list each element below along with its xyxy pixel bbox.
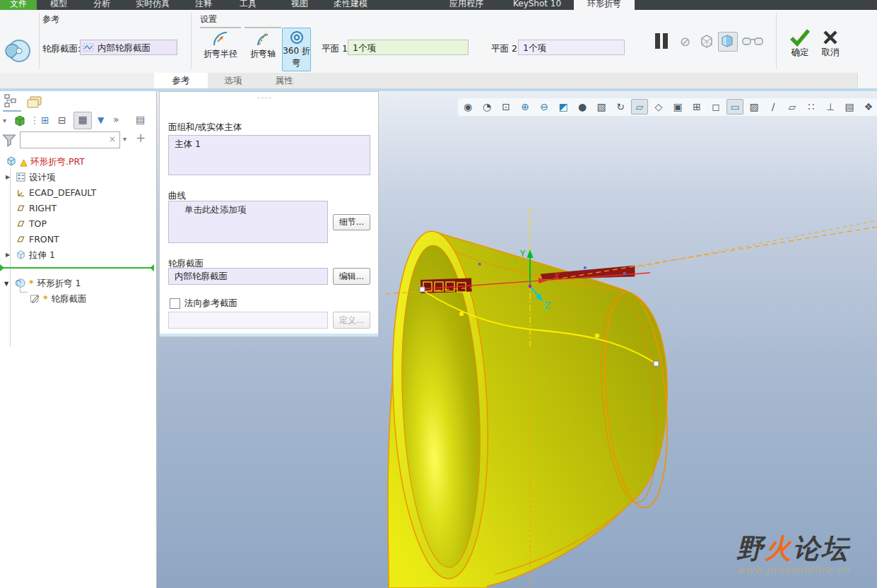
insert-bar-left-arrow-icon xyxy=(0,264,4,271)
tab-tools[interactable]: 工具 xyxy=(230,0,266,10)
perspective-icon[interactable]: ◇ xyxy=(650,99,667,114)
profile-section-field[interactable]: 内部轮廓截面 xyxy=(80,40,177,55)
tree-item-ecad-default[interactable]: ECAD_DEFAULT xyxy=(16,186,96,200)
tab-apps[interactable]: 应用程序 xyxy=(440,0,493,10)
folder-browser-tab-icon[interactable] xyxy=(25,93,47,110)
csys-display-icon[interactable]: ⊥ xyxy=(822,99,839,114)
shading-icon[interactable]: ● xyxy=(574,99,591,114)
tree-item-front-plane[interactable]: FRONT xyxy=(16,233,59,247)
plane2-field[interactable]: 1个项 xyxy=(518,40,625,55)
zoom-fit-icon[interactable]: ⊡ xyxy=(498,99,514,114)
profile-section-label: 轮廓截面: xyxy=(42,43,81,55)
bend-360-icon xyxy=(289,30,305,45)
tree-item-label: 环形折弯 1 xyxy=(37,278,81,288)
vertex-marker xyxy=(623,272,626,275)
spin-center-icon[interactable]: ↻ xyxy=(612,99,629,114)
panel-tab-properties[interactable]: 属性 xyxy=(259,73,310,88)
wireframe-preview-icon[interactable] xyxy=(698,33,715,49)
search-dropdown-icon[interactable]: ▾ xyxy=(123,132,126,146)
tab-view[interactable]: 视图 xyxy=(281,0,318,10)
model-tree-tab-icon[interactable] xyxy=(3,93,21,112)
geometry-preview-icon[interactable] xyxy=(718,32,738,52)
display-style-icon[interactable]: ▧ xyxy=(593,99,610,114)
hatch-display-icon[interactable]: ▨ xyxy=(746,99,763,114)
no-preview-icon[interactable]: ⊘ xyxy=(680,34,690,49)
tree-item-extrude[interactable]: ▶ 拉伸 1 xyxy=(16,248,55,262)
point-display-icon[interactable]: ∷ xyxy=(803,99,820,114)
normal-section-checkbox[interactable] xyxy=(170,298,180,309)
plane1-field[interactable]: 1个项 xyxy=(348,40,469,55)
cancel-label: 取消 xyxy=(816,47,844,59)
pause-icon[interactable] xyxy=(654,33,669,49)
expander-icon[interactable]: ▼ xyxy=(4,277,11,291)
glasses-icon[interactable] xyxy=(742,36,763,47)
profile-section-field[interactable]: 内部轮廓截面 xyxy=(168,268,328,285)
quilt-body-list[interactable]: 主体 1 xyxy=(168,135,370,175)
zoom-in-icon[interactable]: ⊕ xyxy=(517,99,534,114)
details-button[interactable]: 细节... xyxy=(333,214,370,230)
capture-image-icon[interactable]: ▣ xyxy=(669,99,686,114)
tree-chevron-icon[interactable]: ▾ xyxy=(3,114,6,128)
tab-flexible[interactable]: 柔性建模 xyxy=(324,0,377,10)
geometry-display-icon[interactable]: ❖ xyxy=(860,99,877,114)
panel-resize-strip[interactable] xyxy=(160,334,378,336)
tree-item-part[interactable]: 环形折弯.PRT xyxy=(6,155,85,169)
tab-toroidal-bend[interactable]: 环形折弯 xyxy=(574,0,635,10)
normal-section-field[interactable] xyxy=(168,312,328,329)
bend-radius-button[interactable]: 折弯半径 xyxy=(200,30,241,60)
creo-window: 文件 模型 分析 实时仿真 注释 工具 视图 柔性建模 应用程序 KeyShot… xyxy=(0,0,877,588)
new-feature-marker: * xyxy=(29,278,34,288)
clear-search-icon[interactable]: × xyxy=(109,134,116,144)
tab-annotate[interactable]: 注释 xyxy=(185,0,222,10)
tree-filter-icon[interactable]: ▼ xyxy=(98,113,104,127)
tree-settings-doc-icon[interactable]: ▤ xyxy=(136,112,145,127)
insert-here-bar[interactable] xyxy=(1,267,153,269)
tab-live-sim[interactable]: 实时仿真 xyxy=(126,0,179,10)
tree-item-profile-section[interactable]: * 轮廓截面 xyxy=(30,292,87,306)
expand-tree-icon[interactable]: ⊞ xyxy=(41,113,49,127)
panel-drag-handle[interactable]: ···· xyxy=(257,93,273,102)
annotation-display-icon[interactable]: ▤ xyxy=(841,99,858,114)
expander-icon[interactable]: ▶ xyxy=(6,248,13,262)
tab-file[interactable]: 文件 xyxy=(0,0,37,10)
expander-icon[interactable]: ▶ xyxy=(6,170,13,184)
curves-collector[interactable]: 单击此处添加项 xyxy=(168,201,328,243)
tree-dots-icon[interactable]: ⋮ xyxy=(30,113,40,127)
zoom-out-icon[interactable]: ⊖ xyxy=(536,99,553,114)
repaint-icon[interactable]: ◩ xyxy=(555,99,572,114)
model-tree-panel: ▾ ⋮ ⊞ ⊟ ▦ ▼ » ▤ × ▾ + 环形折弯.PRT ▶ 设计项 xyxy=(0,91,157,588)
saved-orientations-icon[interactable]: ◔ xyxy=(478,99,495,114)
datum-plane-display-icon[interactable]: ▱ xyxy=(784,99,801,114)
panel-tab-reference[interactable]: 参考 xyxy=(154,73,208,88)
show-cube-icon[interactable] xyxy=(13,114,27,128)
tab-model[interactable]: 模型 xyxy=(40,0,77,10)
view-manager-icon[interactable]: ◉ xyxy=(459,99,476,114)
tree-item-right-plane[interactable]: RIGHT xyxy=(16,201,57,216)
more-chevrons-icon[interactable]: » xyxy=(113,112,119,127)
bend-360-button[interactable]: 360 折 弯 xyxy=(282,28,311,71)
spline-endpoint xyxy=(420,287,425,292)
section-display-icon[interactable]: ▭ xyxy=(726,99,743,114)
bend-axis-button[interactable]: 折弯轴 xyxy=(245,30,281,60)
tab-keyshot[interactable]: KeyShot 10 xyxy=(503,0,571,10)
collapse-tree-icon[interactable]: ⊟ xyxy=(58,113,66,127)
add-filter-icon[interactable]: + xyxy=(136,131,146,145)
cancel-button[interactable]: 取消 xyxy=(816,28,844,59)
model-display-icon[interactable]: ⊞ xyxy=(688,99,705,114)
panel-tab-options[interactable]: 选项 xyxy=(208,73,259,88)
bend-360-label-2: 弯 xyxy=(283,57,310,69)
bend-axis-icon xyxy=(254,30,272,48)
axis-display-icon[interactable]: ∕ xyxy=(765,99,782,114)
transparent-display-icon[interactable]: ◻ xyxy=(707,99,724,114)
tree-item-top-plane[interactable]: TOP xyxy=(16,217,47,231)
ok-label: 确定 xyxy=(784,47,816,59)
tree-search-input[interactable]: × xyxy=(20,131,120,148)
edit-button[interactable]: 编辑... xyxy=(333,268,370,285)
tab-analysis[interactable]: 分析 xyxy=(83,0,120,10)
funnel-icon[interactable] xyxy=(1,132,17,148)
tree-item-design-items[interactable]: ▶ 设计项 xyxy=(16,170,55,184)
plane-display-icon[interactable]: ▱ xyxy=(631,99,648,114)
tree-columns-icon[interactable]: ▦ xyxy=(73,112,92,129)
ok-button[interactable]: 确定 xyxy=(784,28,816,59)
vertex-marker xyxy=(478,263,481,266)
